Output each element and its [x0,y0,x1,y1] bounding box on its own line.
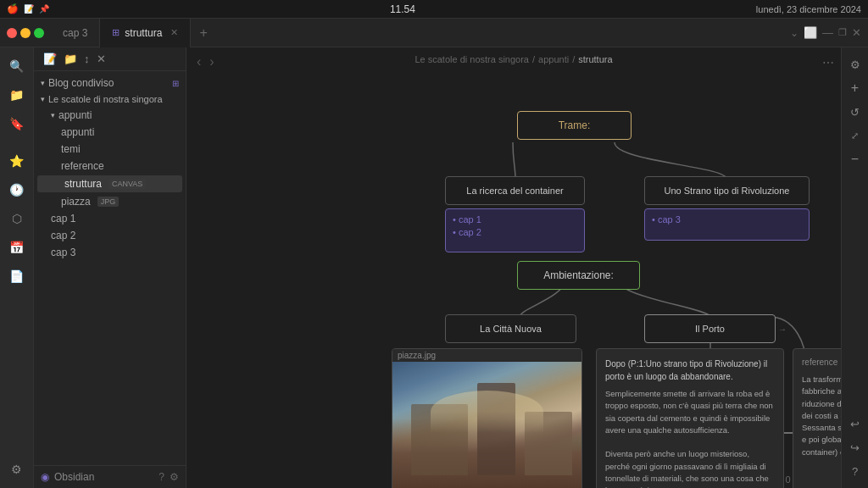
close-tab-icon[interactable]: ✕ [170,27,178,38]
node-ambientazione-label: Ambientazione: [543,269,614,281]
node-rivoluzione-label: Uno Strano tipo di Rivoluzione [665,186,790,196]
node-porto-label: Il Porto [695,324,725,334]
right-add-btn[interactable]: + [845,78,865,98]
right-refresh-btn[interactable]: ↺ [845,102,865,122]
sidebar-item-appunti-folder[interactable]: ▾ appunti [34,107,186,124]
sidebar-item-cap1[interactable]: cap 1 [34,210,186,227]
text-card-porto-content: Dopo (P:1:Uno strano tipo di Rivoluzione… [597,349,783,488]
image-label-piazza: piazza.jpg [392,349,581,362]
piazza-jpg-tag: JPG [97,197,120,207]
breadcrumb-part2[interactable]: appunti [538,54,569,64]
bottom-settings-btn[interactable]: ⚙ [170,471,179,483]
image-node-piazza[interactable]: piazza.jpg [392,348,582,488]
breadcrumb-part1[interactable]: Le scatole di nostra singora [415,54,529,64]
tab-struttura[interactable]: ⊞ struttura ✕ [100,19,191,47]
node-porto[interactable]: Il Porto → [644,314,776,343]
nav-back-btn[interactable]: ‹ [193,53,204,71]
breadcrumb-sep1: / [532,54,535,64]
node-ricerca[interactable]: La ricerca del container [445,176,585,205]
node-ricerca-label: La ricerca del container [466,186,563,196]
node-cittanuova[interactable]: La Città Nuova [445,314,576,343]
system-bar-right: lunedì, 23 dicembre 2024 [756,4,861,14]
ref-card[interactable]: reference La trasformazione della manifa… [793,348,841,488]
canvas-more-options[interactable]: ⋯ [819,53,837,73]
node-rivoluzione[interactable]: Uno Strano tipo di Rivoluzione [644,176,810,205]
tab-struttura-label: struttura [125,27,162,39]
right-toolbar: ⚙ + ↺ ⤢ − ↩ ↪ ? [841,47,868,488]
sidebar-reference-label: reference [61,160,104,172]
clock-icon[interactable]: 🕐 [5,178,29,202]
split-view-btn[interactable]: ⬜ [804,26,817,39]
sidebar-item-scatole[interactable]: ▾ Le scatole di nostra singora [34,92,186,107]
collapse-blog-icon: ▾ [41,79,45,87]
right-help-btn[interactable]: ? [845,461,865,481]
close-btn[interactable]: ✕ [852,26,861,39]
card-rivoluzione-link[interactable]: • cap 3 [644,208,810,241]
left-icon-bar: 🔍 📁 🔖 ⭐ 🕐 ⬡ 📅 📄 ⚙ [0,47,34,488]
breadcrumb-current: struttura [578,54,612,64]
new-note-btn[interactable]: 📝 [41,51,59,67]
nav-forward-btn[interactable]: › [206,53,217,71]
minimize-btn[interactable]: — [822,26,833,39]
sidebar-content: ▾ Blog condiviso ⊞ ▾ Le scatole di nostr… [34,71,186,465]
text-card-porto[interactable]: Dopo (P:1:Uno strano tipo di Rivoluzione… [596,348,784,488]
maximize-window-btn[interactable] [34,28,44,38]
right-undo-btn[interactable]: ↩ [845,413,865,434]
canvas-nav: ‹ › [193,53,218,71]
image-placeholder-piazza [392,362,581,488]
minimize-window-btn[interactable] [20,28,31,38]
sidebar-item-temi[interactable]: temi [34,141,186,158]
app-icon: 📝 [24,4,34,14]
right-minus-btn[interactable]: − [845,149,865,169]
right-expand-btn[interactable]: ⤢ [845,125,865,146]
breadcrumb: Le scatole di nostra singora / appunti /… [415,54,612,64]
right-redo-btn[interactable]: ↪ [845,437,865,458]
collapse-scatole-icon: ▾ [41,95,45,103]
calendar-icon[interactable]: 📅 [5,236,29,259]
ricerca-link-cap2[interactable]: • cap 2 [453,227,577,237]
canvas-area: Le scatole di nostra singora / appunti /… [186,47,841,488]
document-icon[interactable]: 📄 [5,264,29,288]
sidebar-struttura-label: struttura [64,178,102,190]
card-ricerca-links[interactable]: • cap 1 • cap 2 [445,208,585,252]
star-icon[interactable]: ⭐ [5,149,29,173]
new-folder-btn[interactable]: 📁 [61,51,80,67]
settings-icon[interactable]: ⚙ [5,458,29,481]
sidebar-item-reference[interactable]: reference [34,158,186,175]
sidebar-appunti-folder-label: appunti [58,109,92,121]
close-sidebar-btn[interactable]: ✕ [94,51,108,67]
search-icon[interactable]: 🔍 [5,54,29,78]
node-ambientazione[interactable]: Ambientazione: [517,261,640,290]
sidebar-cap2-label: cap 2 [51,230,75,241]
node-trame-label: Trame: [559,119,591,131]
bookmark-icon[interactable]: 🔖 [5,112,29,136]
blog-badge: ⊞ [172,79,179,88]
sidebar-item-piazza[interactable]: piazza JPG [34,193,186,210]
node-cittanuova-label: La Città Nuova [480,324,542,334]
sidebar-item-struttura[interactable]: struttura CANVAS [37,175,182,192]
sidebar-toolbar: 📝 📁 ↕ ✕ [34,47,186,71]
sidebar-item-appunti[interactable]: appunti [34,124,186,141]
sidebar-item-cap3[interactable]: cap 3 [34,244,186,261]
sidebar-piazza-label: piazza [61,196,91,208]
sidebar-item-blog[interactable]: ▾ Blog condiviso ⊞ [34,75,186,92]
obsidian-logo: ◉ [41,471,49,483]
sidebar-item-cap2[interactable]: cap 2 [34,227,186,244]
node-trame[interactable]: Trame: [517,111,632,140]
close-window-btn[interactable] [7,28,17,38]
right-settings-btn[interactable]: ⚙ [845,54,865,75]
restore-btn[interactable]: ❐ [838,27,847,38]
help-btn[interactable]: ? [159,471,164,483]
sidebar-temi-label: temi [61,143,81,155]
system-bar-left: 🍎 📝 📌 [7,3,49,14]
tab-dropdown-btn[interactable]: ⌄ [790,27,798,39]
sidebar-blog-label: Blog condiviso [48,77,114,89]
tab-cap3[interactable]: cap 3 [51,19,100,47]
rivoluzione-link-cap3[interactable]: • cap 3 [652,214,802,225]
graph-icon[interactable]: ⬡ [5,207,29,230]
sort-btn[interactable]: ↕ [81,51,92,67]
ricerca-link-cap1[interactable]: • cap 1 [453,214,577,225]
files-icon[interactable]: 📁 [5,83,29,107]
new-tab-btn[interactable]: + [191,25,215,41]
sidebar-scatole-label: Le scatole di nostra singora [48,94,163,104]
